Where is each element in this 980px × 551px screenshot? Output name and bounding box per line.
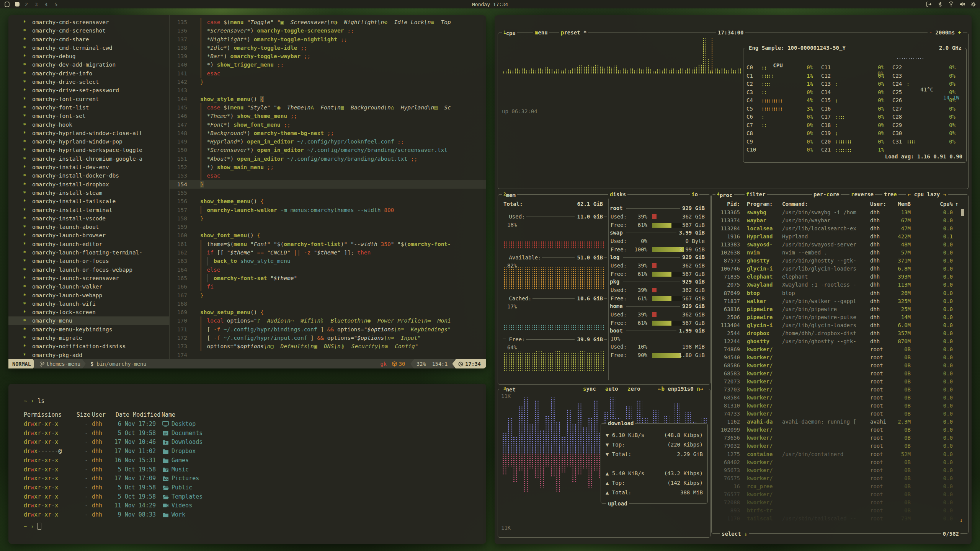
sidebar-item-omarchy-font-set[interactable]: *omarchy-font-set <box>8 112 169 120</box>
proc-scrollbar[interactable] <box>961 209 964 216</box>
process-row-74733[interactable]: 74733kworker/root0B0.0 <box>712 410 968 418</box>
workspace-3[interactable]: 3 <box>35 2 38 7</box>
process-row-16[interactable]: 16rcu_preeroot0B0.0 <box>712 483 968 491</box>
process-row-87649[interactable]: 87649btopbtopdhh26M0.0 <box>712 289 968 297</box>
process-row-102099[interactable]: 102099kworker/root0B0.0 <box>712 426 968 434</box>
network-icon[interactable] <box>948 1 954 7</box>
process-row-76577[interactable]: 76577kworker/root0B0.0 <box>712 491 968 499</box>
process-row-72073[interactable]: 72073kworker/root0B0.0 <box>712 378 968 386</box>
process-row-113404[interactable]: 113404glycin-i/usr/lib/glycin-loadersdhh… <box>712 321 968 329</box>
process-row-68583[interactable]: 68583kworker/root0B0.0 <box>712 370 968 378</box>
omarchy-logo-icon[interactable] <box>5 2 10 7</box>
process-row-2544[interactable]: 2544dropbox/home/dhh/.dropbox-distdhh357… <box>712 329 968 337</box>
sidebar-item-omarchy-launch-or-focus[interactable]: *omarchy-launch-or-focus <box>8 257 169 265</box>
proc-panel-title[interactable]: 4proc <box>715 191 734 198</box>
net-zero-toggle[interactable]: zero <box>626 386 642 392</box>
sidebar-item-omarchy-drive-select[interactable]: *omarchy-drive-select <box>8 78 169 86</box>
select-hint[interactable]: select ↓ <box>720 531 749 537</box>
gear-icon[interactable] <box>970 1 976 7</box>
sidebar-item-omarchy-hook[interactable]: *omarchy-hook <box>8 121 169 129</box>
process-row-102638[interactable]: 102638nvimnvim --embed .dhh57M0.0 <box>712 249 968 257</box>
process-row-68586[interactable]: 68586kworker/root0B0.0 <box>712 362 968 370</box>
sidebar-item-omarchy-font-current[interactable]: *omarchy-font-current <box>8 95 169 103</box>
sidebar-item-omarchy-launch-webapp[interactable]: *omarchy-launch-webapp <box>8 291 169 300</box>
workspace-5[interactable]: 5 <box>54 2 58 7</box>
sidebar-item-omarchy-launch-editor[interactable]: *omarchy-launch-editor <box>8 240 169 248</box>
process-row-71835[interactable]: 71835elephantelephantdhh393M0.0 <box>712 273 968 281</box>
menu-button[interactable]: menu <box>533 29 549 36</box>
process-row-1916[interactable]: 1916HyprlandHyprlanddhh422M0.1 <box>712 233 968 241</box>
sidebar-item-omarchy-install-tailscale[interactable]: *omarchy-install-tailscale <box>8 197 169 205</box>
process-row-1162[interactable]: 1162avahi-daavahi-daemon: running [avahi… <box>712 418 968 426</box>
sidebar-item-omarchy-install-dev-env[interactable]: *omarchy-install-dev-env <box>8 163 169 171</box>
process-row-73656[interactable]: 73656kworker/root0B0.0 <box>712 434 968 442</box>
process-row-71837[interactable]: 71837walker/usr/bin/walker --gappldhh325… <box>712 297 968 305</box>
workspace-active-indicator[interactable] <box>15 2 20 7</box>
process-row-893[interactable]: 893btrfs-trroot0B0.0 <box>712 507 968 515</box>
process-row-1275[interactable]: 1275containe/usr/bin/containerdroot52M0.… <box>712 450 968 458</box>
sidebar-item-omarchy-cmd-screenshot[interactable]: *omarchy-cmd-screenshot <box>8 26 169 35</box>
process-row-79032[interactable]: 79032kworker/root0B0.0 <box>712 442 968 450</box>
process-row-81310[interactable]: 81310kworker/root0B0.0 <box>712 402 968 410</box>
process-row-12244[interactable]: 12244ghostty/usr/bin/ghostty --gtk-dhh87… <box>712 337 968 346</box>
proc-percore-toggle[interactable]: per-core <box>812 191 841 197</box>
sidebar-item-omarchy-cmd-share[interactable]: *omarchy-cmd-share <box>8 35 169 44</box>
cpu-panel-title[interactable]: 1cpu <box>502 29 517 36</box>
logout-icon[interactable] <box>926 1 932 7</box>
sidebar-item-omarchy-font-list[interactable]: *omarchy-font-list <box>8 103 169 112</box>
process-row-63816[interactable]: 63816pipewire/usr/bin/pipewiredhh25M0.0 <box>712 305 968 313</box>
process-row-76575[interactable]: 76575kworker/root0B0.0 <box>712 474 968 483</box>
sidebar-item-omarchy-launch-wifi[interactable]: *omarchy-launch-wifi <box>8 300 169 308</box>
bluetooth-icon[interactable] <box>937 1 943 7</box>
sidebar-item-omarchy-pkg-add[interactable]: *omarchy-pkg-add <box>8 351 169 359</box>
process-row-95673[interactable]: 95673kworker/root0B0.0 <box>712 466 968 474</box>
sidebar-item-omarchy-drive-set-password[interactable]: *omarchy-drive-set-password <box>8 86 169 95</box>
process-row-74869[interactable]: 74869kworker/root0B0.0 <box>712 346 968 354</box>
sidebar-item-omarchy-hyprland-window-pop[interactable]: *omarchy-hyprland-window-pop <box>8 137 169 146</box>
sidebar-item-omarchy-notification-dismiss[interactable]: *omarchy-notification-dismiss <box>8 342 169 350</box>
sidebar-item-omarchy-launch-or-focus-webapp[interactable]: *omarchy-launch-or-focus-webapp <box>8 266 169 274</box>
net-auto-toggle[interactable]: auto <box>604 386 620 392</box>
process-row-1170[interactable]: 1170tailscal/usr/sbin/tailscaled --root7… <box>712 515 968 523</box>
sidebar-item-omarchy-menu[interactable]: *omarchy-menu <box>8 316 169 325</box>
sidebar-item-omarchy-launch-screensaver[interactable]: *omarchy-launch-screensaver <box>8 274 169 282</box>
sidebar-item-omarchy-migrate[interactable]: *omarchy-migrate <box>8 334 169 342</box>
sidebar-item-omarchy-install-dropbox[interactable]: *omarchy-install-dropbox <box>8 180 169 189</box>
process-row-72088[interactable]: 72088kworker/root0B0.0 <box>712 499 968 507</box>
sidebar-item-omarchy-launch-browser[interactable]: *omarchy-launch-browser <box>8 231 169 240</box>
update-interval[interactable]: - 2000ms + <box>928 29 963 36</box>
sidebar-item-omarchy-launch-walker[interactable]: *omarchy-launch-walker <box>8 282 169 291</box>
process-row-87573[interactable]: 87573ghostty/usr/bin/ghostty --gtk-dhh37… <box>712 257 968 265</box>
sidebar-item-omarchy-cmd-terminal-cwd[interactable]: *omarchy-cmd-terminal-cwd <box>8 44 169 52</box>
sidebar-item-omarchy-install-vscode[interactable]: *omarchy-install-vscode <box>8 214 169 223</box>
sidebar-item-omarchy-install-chromium-google-a[interactable]: *omarchy-install-chromium-google-a <box>8 155 169 163</box>
net-panel-title[interactable]: 3net <box>502 386 517 393</box>
sidebar-item-omarchy-install-terminal[interactable]: *omarchy-install-terminal <box>8 206 169 214</box>
sidebar-item-omarchy-hyprland-window-close-all[interactable]: *omarchy-hyprland-window-close-all <box>8 129 169 137</box>
proc-sort-selector[interactable]: ← cpu lazy → <box>906 191 948 197</box>
process-row-106746[interactable]: 106746glycin-i/usr/lib/glycin-loadersdhh… <box>712 265 968 273</box>
net-interface-selector[interactable]: ←b enp191s0 n→ <box>657 386 705 392</box>
sidebar-item-omarchy-drive-info[interactable]: *omarchy-drive-info <box>8 69 169 78</box>
sidebar-item-omarchy-cmd-screensaver[interactable]: *omarchy-cmd-screensaver <box>8 18 169 26</box>
sidebar-item-omarchy-hyprland-workspace-toggle[interactable]: *omarchy-hyprland-workspace-toggle <box>8 146 169 154</box>
process-row-94540[interactable]: 94540kworker/root0B0.0 <box>712 354 968 362</box>
process-row-113374[interactable]: 113374waybar/usr/bin/waybardhh67M0.0 <box>712 217 968 225</box>
process-row-113383[interactable]: 113383swayosd-/usr/bin/swayosd-serverdhh… <box>712 241 968 249</box>
sidebar-item-omarchy-launch-about[interactable]: *omarchy-launch-about <box>8 223 169 231</box>
process-row-68402[interactable]: 68402kworker/root0B0.0 <box>712 458 968 466</box>
sidebar-item-omarchy-install-docker-dbs[interactable]: *omarchy-install-docker-dbs <box>8 171 169 180</box>
proc-filter-button[interactable]: filter <box>745 191 767 197</box>
sidebar-item-omarchy-lock-screen[interactable]: *omarchy-lock-screen <box>8 308 169 316</box>
proc-reverse-toggle[interactable]: reverse <box>849 191 875 197</box>
volume-icon[interactable] <box>959 1 965 7</box>
workspace-2[interactable]: 2 <box>25 2 28 7</box>
sidebar-item-omarchy-dev-add-migration[interactable]: *omarchy-dev-add-migration <box>8 60 169 69</box>
proc-tree-toggle[interactable]: tree <box>882 191 898 197</box>
process-row-113365[interactable]: 113365swaybg/usr/bin/swaybg -i /homdhh13… <box>712 209 968 217</box>
process-row-113284[interactable]: 113284localsea/usr/lib/localsearch-exdhh… <box>712 225 968 233</box>
sidebar-item-omarchy-install-steam[interactable]: *omarchy-install-steam <box>8 189 169 197</box>
net-sync-toggle[interactable]: sync <box>581 386 598 392</box>
sidebar-item-omarchy-menu-keybindings[interactable]: *omarchy-menu-keybindings <box>8 325 169 334</box>
sidebar-item-omarchy-launch-floating-terminal-[interactable]: *omarchy-launch-floating-terminal- <box>8 248 169 257</box>
